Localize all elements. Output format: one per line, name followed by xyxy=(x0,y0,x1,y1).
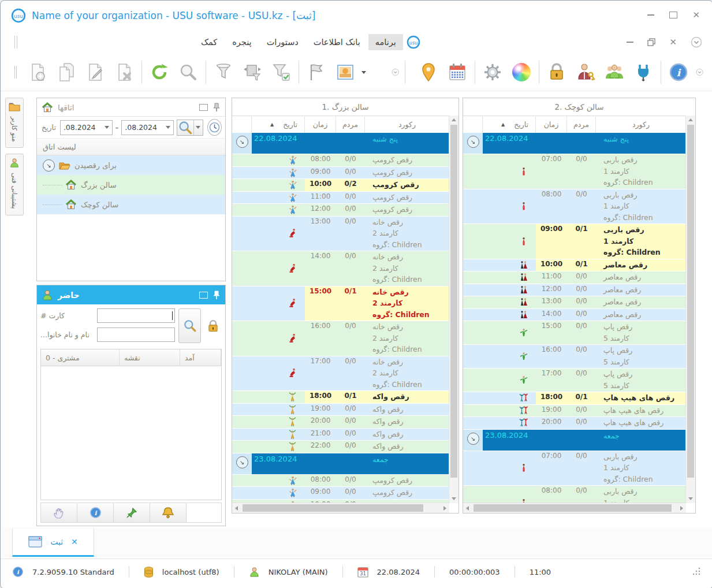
slot-record[interactable]: رقص واکه xyxy=(365,416,449,428)
expand-day-button[interactable]: ↘ xyxy=(463,430,483,451)
schedule-slot-row[interactable]: 11:000/0رقص معاصر xyxy=(463,271,686,284)
slot-record[interactable]: رقص واکه xyxy=(365,391,449,403)
present-maximize-icon[interactable] xyxy=(199,292,208,299)
schedule-slot-row[interactable]: 07:000/0رقص باربیکارمند 1گروه: Children xyxy=(463,451,686,486)
calendar-button[interactable] xyxy=(445,59,470,85)
image-preview-button[interactable] xyxy=(333,59,358,85)
scrollbar-thumb[interactable] xyxy=(474,504,672,512)
info-button[interactable]: i xyxy=(666,59,691,85)
slot-record[interactable]: رقص پاپکارمند 5 xyxy=(596,369,686,392)
schedule-slot-row[interactable]: 10:000/2رقص کرومپ xyxy=(232,179,449,192)
slot-record[interactable]: رقص باربیکارمند 1گروه: Children xyxy=(596,224,686,259)
close-button[interactable]: ✕ xyxy=(692,11,700,19)
schedule-slot-row[interactable]: 22:000/0رقص واکه xyxy=(232,441,449,453)
schedule-slot-row[interactable]: 10:000/1رقص معاصر xyxy=(463,259,686,272)
hand-button[interactable] xyxy=(41,503,77,522)
schedule-slot-row[interactable]: 13:000/0رقص معاصر xyxy=(463,296,686,309)
schedule-slot-row[interactable]: 09:000/1رقص باربیکارمند 1گروه: Children xyxy=(463,224,686,259)
schedule-slot-row[interactable]: 09:000/0رقص کرومپ xyxy=(232,167,449,180)
plugin-button[interactable] xyxy=(631,59,656,85)
slot-record[interactable]: رقص خانهکارمند 2گروه: Children xyxy=(365,321,449,356)
slot-record[interactable]: رقص کرومپ xyxy=(365,475,449,487)
schedule-slot-row[interactable]: 08:000/0رقص باربیکارمند 1گروه: Children xyxy=(463,189,686,225)
dock-tab-1[interactable]: منو کاربر xyxy=(5,98,24,148)
slot-record[interactable]: رقص خانهکارمند 2گروه: Children xyxy=(365,251,449,286)
schedule-slot-row[interactable]: 14:000/0رقص معاصر xyxy=(463,309,686,322)
schedule-slot-row[interactable]: 20:000/0رقص واکه xyxy=(232,416,449,429)
room-tree-item[interactable]: ↘برای رقصیدن xyxy=(37,155,225,175)
rooms-pin-icon[interactable] xyxy=(213,103,221,112)
schedule-slot-row[interactable]: 16:000/0رقص خانهکارمند 2گروه: Children xyxy=(232,321,449,356)
filter-check-button[interactable] xyxy=(269,59,294,85)
schedule-slot-row[interactable]: 17:000/0رقص خانهکارمند 2گروه: Children xyxy=(232,356,449,392)
slot-record[interactable]: رقص های هیپ هاپ xyxy=(596,405,686,417)
toolbar-overflow-icon[interactable] xyxy=(392,66,399,79)
copy-document-button[interactable] xyxy=(54,59,79,85)
slot-record[interactable]: رقص های هیپ هاپ xyxy=(596,392,686,404)
slot-record[interactable]: رقص باربیکارمند 1گروه: Children xyxy=(596,451,686,486)
schedule-slot-row[interactable]: 15:000/1رقص خانهکارمند 2گروه: Children xyxy=(232,286,449,322)
schedule-slot-row[interactable]: 20:000/0رقص های هیپ هاپ xyxy=(463,417,686,430)
room-search-split-button[interactable] xyxy=(177,120,203,136)
slot-record[interactable]: رقص معاصر xyxy=(596,284,686,296)
vertical-scrollbar[interactable] xyxy=(449,116,458,503)
slot-record[interactable]: رقص خانهکارمند 2گروه: Children xyxy=(365,286,449,321)
schedule-slot-row[interactable]: 14:000/0رقص خانهکارمند 2گروه: Children xyxy=(232,251,449,286)
present-pin-icon[interactable] xyxy=(213,291,221,300)
new-document-button[interactable] xyxy=(25,59,50,85)
schedule-slot-row[interactable]: 12:000/0رقص معاصر xyxy=(463,284,686,297)
menu-item-بانک اطلاعات[interactable]: بانک اطلاعات xyxy=(307,34,367,50)
slot-record[interactable]: رقص واکه xyxy=(365,404,449,416)
info-button[interactable]: i xyxy=(77,503,114,522)
scrollbar-thumb[interactable] xyxy=(687,125,694,478)
scrollbar-thumb[interactable] xyxy=(243,504,423,512)
menu-grip[interactable] xyxy=(14,36,17,49)
schedule-day-row[interactable]: ↘23.08.2024جمعه xyxy=(463,430,686,451)
child-minimize-button[interactable] xyxy=(627,42,633,43)
record-column-header[interactable]: رکورد xyxy=(365,116,449,133)
pin-button[interactable] xyxy=(114,503,150,522)
collapse-icon[interactable]: ↘ xyxy=(43,159,55,172)
card-number-input[interactable] xyxy=(97,308,175,323)
slot-record[interactable]: رقص کرومپ xyxy=(365,192,449,204)
slot-record[interactable]: رقص های هیپ هاپ xyxy=(596,417,686,429)
schedule-slot-row[interactable]: 08:000/0رقص کرومپ xyxy=(232,475,449,487)
schedule-slot-row[interactable]: 07:000/0رقص باربیکارمند 1گروه: Children xyxy=(463,154,686,189)
schedule-slot-row[interactable]: 16:000/0رقص پاپکارمند 5 xyxy=(463,345,686,369)
horizontal-scrollbar[interactable] xyxy=(463,503,686,513)
slot-record[interactable]: رقص باربیکارمند 1گروه: Children xyxy=(596,189,686,224)
schedule-slot-row[interactable]: 18:000/1رقص واکه xyxy=(232,391,449,404)
expand-day-button[interactable]: ↘ xyxy=(463,133,483,154)
schedule-slot-row[interactable]: 17:000/0رقص پاپکارمند 5 xyxy=(463,369,686,392)
image-dropdown-caret[interactable] xyxy=(361,71,366,74)
user-groups-button[interactable] xyxy=(602,59,627,85)
time-column-header[interactable]: زمان xyxy=(305,116,336,133)
schedule-slot-row[interactable]: 11:000/0رقص کرومپ xyxy=(232,192,449,204)
slot-record[interactable]: رقص خانهکارمند 2گروه: Children xyxy=(365,356,449,391)
toolbar-overflow-right-icon[interactable] xyxy=(696,66,703,79)
vertical-scrollbar[interactable] xyxy=(685,116,695,503)
dock-tab-2[interactable]: پشتیبانی فنی xyxy=(5,154,24,215)
client-search-button[interactable] xyxy=(178,308,201,343)
slot-record[interactable]: رقص کرومپ xyxy=(365,154,449,166)
schedule-slot-row[interactable]: 19:000/0رقص واکه xyxy=(232,404,449,416)
room-tree-item[interactable]: سالن کوچک xyxy=(37,195,225,214)
schedule-slot-row[interactable]: 12:000/0رقص کرومپ xyxy=(232,204,449,217)
slot-record[interactable]: رقص پاپکارمند 5 xyxy=(596,345,686,368)
schedule-day-row[interactable]: ↘23.08.2024جمعه xyxy=(232,453,449,475)
fullname-input[interactable] xyxy=(97,328,175,342)
toolbar-grip[interactable] xyxy=(14,66,17,79)
slot-record[interactable]: رقص معاصر xyxy=(596,259,686,271)
search-icon[interactable] xyxy=(177,120,193,135)
schedule-slot-row[interactable]: 08:000/0رقص کرومپ xyxy=(232,154,449,167)
rooms-maximize-icon[interactable] xyxy=(199,104,208,111)
flag-button[interactable] xyxy=(304,59,329,85)
schedule-slot-row[interactable]: 15:000/0رقص پاپکارمند 5 xyxy=(463,321,686,345)
slot-record[interactable]: رقص کرومپ xyxy=(365,179,449,191)
time-column-header[interactable]: زمان xyxy=(536,116,567,133)
lock-button[interactable] xyxy=(544,59,569,85)
schedule-slot-row[interactable]: 21:000/0رقص واکه xyxy=(232,429,449,441)
slot-record[interactable]: رقص واکه xyxy=(365,429,449,441)
refresh-button[interactable] xyxy=(147,59,172,85)
record-column-header[interactable]: رکورد xyxy=(596,116,686,133)
